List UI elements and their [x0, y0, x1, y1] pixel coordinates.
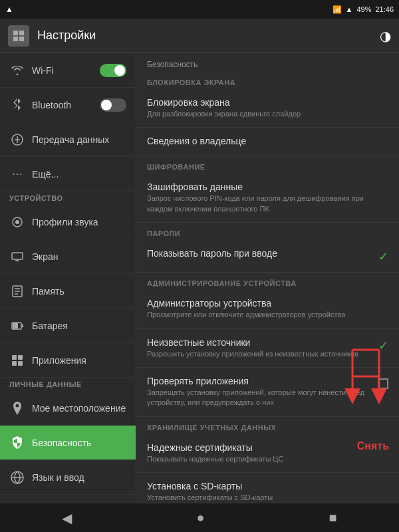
item-install-sd-title: Установка с SD-карты: [147, 481, 388, 491]
screen-icon: [9, 249, 25, 265]
item-lock-screen-text: Блокировка экрана Для разблокировки экра…: [147, 97, 388, 119]
item-lock-screen-title: Блокировка экрана: [147, 97, 388, 108]
more-label: Ещё...: [32, 169, 126, 180]
svg-rect-0: [13, 31, 18, 35]
svg-rect-2: [13, 37, 18, 41]
page-title: Настройки: [37, 29, 380, 43]
item-device-admins-desc: Просмотрите или отключите администраторо…: [147, 310, 388, 320]
main-layout: Wi-Fi Bluetooth: [0, 53, 399, 503]
sound-label: Профили звука: [32, 217, 126, 227]
notification-icon: ▲: [5, 5, 13, 14]
item-show-password[interactable]: Показывать пароль при вводе ✓: [136, 240, 399, 273]
item-verify-apps-text: Проверять приложения Запрещать установку…: [147, 376, 372, 408]
svg-rect-3: [19, 37, 24, 41]
sidebar-item-bluetooth[interactable]: Bluetooth: [0, 88, 136, 122]
wifi-toggle-container[interactable]: [100, 64, 126, 77]
item-unknown-sources-text: Неизвестные источники Разрешить установк…: [147, 337, 373, 359]
sidebar: Wi-Fi Bluetooth: [0, 53, 136, 503]
svg-rect-13: [18, 355, 23, 360]
sidebar-item-data[interactable]: Передача данных: [0, 122, 136, 157]
sidebar-item-memory[interactable]: Память: [0, 274, 136, 309]
sidebar-item-battery[interactable]: Батарея: [0, 309, 136, 343]
svg-rect-7: [12, 253, 23, 259]
section-admin: АДМИНИСТРИРОВАНИЕ УСТРОЙСТВА: [136, 273, 399, 290]
svg-rect-10: [22, 324, 23, 327]
section-credentials: ХРАНИЛИЩЕ УЧЕТНЫХ ДАННЫХ: [136, 417, 399, 434]
sidebar-item-apps[interactable]: Приложения: [0, 343, 136, 378]
verify-apps-checkbox[interactable]: [378, 378, 388, 389]
item-owner-info-text: Сведения о владельце: [147, 136, 388, 148]
wifi-icon: [9, 63, 25, 78]
item-trusted-certs-text: Надежные сертификаты Показывать надежные…: [147, 442, 388, 464]
svg-rect-11: [13, 323, 18, 329]
sniat-annotation-label: Снять: [357, 440, 389, 452]
sidebar-item-location[interactable]: Мое местоположение: [0, 391, 136, 426]
sidebar-item-more[interactable]: ⋯ Ещё...: [0, 157, 136, 192]
security-icon: [9, 435, 25, 451]
back-button[interactable]: ◀: [49, 505, 85, 531]
item-encrypt-title: Зашифровать данные: [147, 182, 388, 192]
bluetooth-icon: [9, 97, 25, 113]
wifi-label: Wi-Fi: [32, 65, 100, 76]
item-device-admins-text: Администраторы устройства Просмотрите ил…: [147, 298, 388, 320]
item-encrypt[interactable]: Зашифровать данные Запрос числового PIN-…: [136, 174, 399, 223]
brightness-toggle[interactable]: ◑: [380, 28, 391, 44]
personal-section-label: ЛИЧНЫЕ ДАННЫЕ: [0, 378, 136, 391]
unknown-sources-check: ✓: [378, 338, 388, 353]
apps-label: Приложения: [32, 355, 126, 366]
time-display: 21:46: [375, 5, 394, 13]
memory-icon: [9, 283, 25, 299]
item-trusted-certs-desc: Показывать надежные сертификаты ЦС: [147, 454, 388, 464]
battery-icon: [9, 318, 25, 334]
wifi-toggle[interactable]: [100, 64, 126, 77]
recent-apps-button[interactable]: ■: [315, 505, 350, 531]
security-label: Безопасность: [32, 438, 126, 448]
top-bar: Настройки ◑: [0, 19, 399, 53]
apps-icon: [9, 352, 25, 368]
wifi-status-icon: 📶: [332, 5, 342, 14]
item-encrypt-desc: Запрос числового PIN-кода или пароля для…: [147, 194, 388, 214]
item-trusted-certs-title: Надежные сертификаты: [147, 442, 388, 453]
signal-icon: ▲: [346, 5, 353, 13]
item-install-sd-text: Установка с SD-карты Установить сертифик…: [147, 481, 388, 503]
section-passwords: ПАРОЛИ: [136, 223, 399, 240]
item-install-sd[interactable]: Установка с SD-карты Установить сертифик…: [136, 473, 399, 503]
sidebar-item-security[interactable]: Безопасность: [0, 426, 136, 460]
language-icon: [9, 469, 25, 485]
data-label: Передача данных: [32, 134, 126, 145]
item-owner-info[interactable]: Сведения о владельце: [136, 128, 399, 156]
item-install-sd-desc: Установить сертификаты с SD-карты: [147, 493, 388, 503]
item-lock-screen[interactable]: Блокировка экрана Для разблокировки экра…: [136, 89, 399, 128]
bluetooth-toggle-container[interactable]: [100, 98, 126, 112]
status-bar: ▲ 📶 ▲ 49% 21:46: [0, 0, 399, 19]
show-password-check: ✓: [378, 249, 388, 264]
svg-rect-1: [19, 31, 24, 35]
item-unknown-sources-title: Неизвестные источники: [147, 337, 373, 348]
item-lock-screen-desc: Для разблокировки экрана сдвиньте слайде…: [147, 109, 388, 119]
bluetooth-toggle[interactable]: [100, 98, 126, 112]
sidebar-item-sound[interactable]: Профили звука: [0, 205, 136, 239]
svg-rect-15: [18, 361, 23, 366]
sidebar-item-wifi[interactable]: Wi-Fi: [0, 53, 136, 88]
bottom-nav: ◀ ● ■: [0, 503, 399, 532]
more-icon: ⋯: [9, 166, 25, 182]
language-label: Язык и ввод: [32, 472, 126, 483]
screen-label: Экран: [32, 251, 126, 262]
section-encryption: ШИФРОВАНИЕ: [136, 156, 399, 174]
svg-point-6: [15, 220, 19, 224]
sidebar-item-screen[interactable]: Экран: [0, 239, 136, 274]
home-button[interactable]: ●: [183, 505, 217, 531]
item-owner-info-title: Сведения о владельце: [147, 136, 388, 146]
item-device-admins[interactable]: Администраторы устройства Просмотрите ил…: [136, 290, 399, 329]
content-area: Безопасность БЛОКИРОВКА ЭКРАНА Блокировк…: [136, 53, 399, 503]
item-verify-apps[interactable]: Проверять приложения Запрещать установку…: [136, 368, 399, 417]
item-unknown-sources[interactable]: Неизвестные источники Разрешить установк…: [136, 329, 399, 368]
device-section-label: УСТРОЙСТВО: [0, 192, 136, 205]
sidebar-item-language[interactable]: Язык и ввод: [0, 460, 136, 495]
svg-rect-14: [12, 361, 17, 366]
item-device-admins-title: Администраторы устройства: [147, 298, 388, 309]
content-page-title: Безопасность: [136, 53, 399, 72]
section-screen-lock: БЛОКИРОВКА ЭКРАНА: [136, 72, 399, 89]
status-right: 📶 ▲ 49% 21:46: [332, 5, 394, 14]
item-verify-apps-desc: Запрещать установку приложений, которые …: [147, 388, 372, 408]
